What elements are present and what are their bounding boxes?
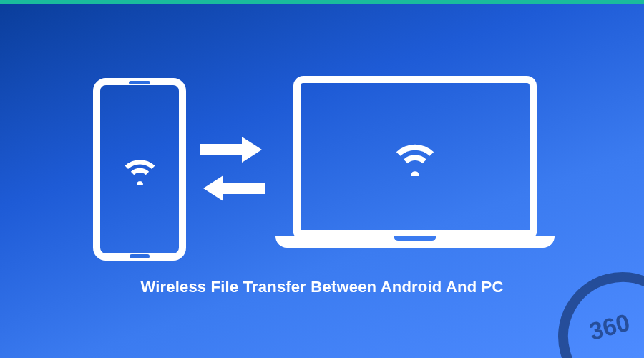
phone-device	[93, 78, 186, 261]
content-area: Wireless File Transfer Between Android A…	[0, 0, 644, 358]
laptop-device	[279, 76, 551, 262]
arrow-right-icon	[200, 137, 265, 163]
caption-text: Wireless File Transfer Between Android A…	[140, 278, 503, 296]
arrow-left-icon	[200, 175, 265, 201]
hero-graphic: Wireless File Transfer Between Android A…	[0, 0, 644, 358]
laptop-screen	[293, 76, 537, 237]
laptop-base	[275, 236, 555, 248]
watermark-text: 360	[586, 308, 633, 345]
wifi-icon	[120, 153, 160, 185]
devices-row	[93, 76, 551, 262]
wifi-icon	[390, 137, 440, 176]
transfer-arrows	[200, 137, 265, 201]
